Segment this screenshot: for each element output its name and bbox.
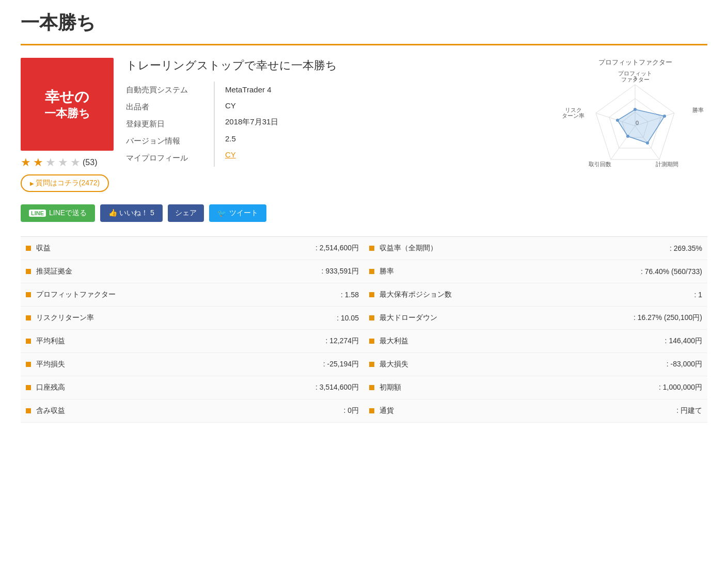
info-values-col: MetaTrader 4 CY 2018年7月31日 2.5 CY — [225, 82, 278, 167]
stat-row-right-1: 勝率 : 76.40% (560/733) — [364, 260, 707, 283]
star-3: ★ — [45, 156, 56, 169]
svg-point-9 — [634, 108, 637, 111]
like-button[interactable]: 👍 いいね！ 5 — [100, 204, 163, 222]
orange-divider — [21, 44, 707, 45]
stat-label: プロフィットファクター — [36, 290, 341, 299]
twitter-icon: 🐦 — [217, 209, 226, 217]
page-title: 一本勝ち — [21, 10, 707, 36]
svg-text:ファクター: ファクター — [621, 76, 650, 83]
profile-link[interactable]: CY — [225, 150, 236, 159]
value-4: CY — [225, 150, 236, 159]
stat-value: : 933,591円 — [322, 267, 359, 276]
info-row-1: 出品者 — [126, 99, 203, 116]
share-label: シェア — [175, 209, 197, 217]
product-section: 幸せの 一本勝ち ★ ★ ★ ★ ★ (53) 質問はコチラ(2472) トレー… — [21, 58, 707, 192]
star-count: (53) — [83, 158, 97, 167]
tweet-label: ツイート — [229, 209, 258, 218]
question-button[interactable]: 質問はコチラ(2472) — [21, 174, 109, 192]
stat-label: 推奨証拠金 — [36, 267, 322, 276]
stat-label: 勝率 — [379, 267, 641, 276]
stat-value: : 76.40% (560/733) — [641, 267, 702, 276]
thumbs-up-icon: 👍 — [108, 209, 119, 217]
stat-value: : 12,274円 — [325, 336, 359, 346]
svg-point-11 — [646, 141, 649, 145]
star-2: ★ — [33, 156, 43, 169]
stat-row-left-3: リスクリターン率 : 10.05 — [21, 307, 364, 330]
radar-chart: 3 0 プロフィット ファクター 勝率 計測期間 取引回数 リスク ターン率 — [563, 69, 707, 183]
label-2: 登録更新日 — [126, 119, 203, 129]
stat-label: 最大ドローダウン — [379, 313, 634, 323]
rating-row: ★ ★ ★ ★ ★ (53) — [21, 156, 114, 169]
value-row-4: CY — [225, 147, 278, 163]
stats-grid: 収益 : 2,514,600円 推奨証拠金 : 933,591円 プロフィットフ… — [21, 236, 707, 423]
stat-label: 通貨 — [379, 406, 676, 415]
stat-value: : 1.58 — [341, 291, 359, 299]
stat-value: : 2,514,600円 — [315, 244, 359, 253]
product-title: トレーリングストップで幸せに一本勝ち — [126, 58, 550, 73]
info-row-4: マイプロフィール — [126, 150, 203, 167]
stat-indicator — [369, 269, 374, 274]
stat-label: 収益率（全期間） — [379, 244, 670, 253]
star-4: ★ — [58, 156, 68, 169]
info-table: 自動売買システム 出品者 登録更新日 バージョン情報 マイプロフィール — [126, 82, 550, 167]
social-buttons: LINE LINEで送る 👍 いいね！ 5 シェア 🐦 ツイート — [21, 204, 707, 222]
product-image-area: 幸せの 一本勝ち ★ ★ ★ ★ ★ (53) 質問はコチラ(2472) — [21, 58, 114, 192]
stats-right-col: 収益率（全期間） : 269.35% 勝率 : 76.40% (560/733)… — [364, 237, 707, 423]
stat-value: : 1 — [694, 291, 702, 299]
svg-text:勝率: 勝率 — [692, 107, 704, 113]
stat-value: : -25,194円 — [323, 360, 359, 369]
stat-label: 最大利益 — [379, 336, 665, 346]
stat-value: : 1,000,000円 — [659, 383, 702, 392]
stat-row-right-4: 最大利益 : 146,400円 — [364, 330, 707, 353]
info-row-2: 登録更新日 — [126, 116, 203, 133]
info-labels-col: 自動売買システム 出品者 登録更新日 バージョン情報 マイプロフィール — [126, 82, 203, 167]
stat-indicator — [26, 339, 31, 344]
stat-label: 平均利益 — [36, 336, 325, 346]
line-button[interactable]: LINE LINEで送る — [21, 204, 95, 222]
label-4: マイプロフィール — [126, 153, 203, 163]
stat-indicator — [369, 246, 374, 251]
value-0: MetaTrader 4 — [225, 85, 271, 94]
label-3: バージョン情報 — [126, 136, 203, 146]
value-1: CY — [225, 101, 236, 110]
info-row-3: バージョン情報 — [126, 133, 203, 150]
stat-value: : -83,000円 — [667, 360, 702, 369]
svg-marker-8 — [618, 109, 664, 143]
svg-point-13 — [616, 119, 619, 122]
stat-row-right-2: 最大保有ポジション数 : 1 — [364, 283, 707, 307]
tweet-button[interactable]: 🐦 ツイート — [209, 204, 266, 222]
stat-indicator — [26, 408, 31, 413]
svg-text:0: 0 — [636, 120, 639, 126]
stat-indicator — [26, 292, 31, 297]
stat-row-left-7: 含み収益 : 0円 — [21, 399, 364, 423]
stat-row-right-3: 最大ドローダウン : 16.27% (250,100円) — [364, 307, 707, 330]
stat-value: : 3,514,600円 — [315, 383, 359, 392]
stat-value: : 146,400円 — [665, 336, 702, 346]
line-icon: LINE — [29, 210, 46, 217]
stat-row-left-5: 平均損失 : -25,194円 — [21, 353, 364, 376]
info-row-0: 自動売買システム — [126, 82, 203, 99]
stat-row-left-6: 口座残高 : 3,514,600円 — [21, 376, 364, 399]
stat-indicator — [369, 315, 374, 320]
stat-row-left-2: プロフィットファクター : 1.58 — [21, 283, 364, 307]
svg-point-12 — [626, 135, 629, 138]
value-row-2: 2018年7月31日 — [225, 114, 278, 131]
stat-indicator — [369, 385, 374, 390]
stat-indicator — [26, 315, 31, 320]
svg-point-10 — [663, 115, 666, 118]
image-line1: 幸せの — [45, 88, 89, 106]
star-1: ★ — [21, 156, 31, 169]
value-row-3: 2.5 — [225, 131, 278, 147]
value-row-1: CY — [225, 98, 278, 114]
stat-indicator — [26, 269, 31, 274]
stat-row-left-0: 収益 : 2,514,600円 — [21, 237, 364, 260]
stat-label: 口座残高 — [36, 383, 315, 392]
share-button[interactable]: シェア — [168, 204, 204, 222]
stat-value: : 269.35% — [670, 244, 702, 252]
product-info: トレーリングストップで幸せに一本勝ち 自動売買システム 出品者 登録更新日 バー… — [126, 58, 550, 167]
stat-indicator — [369, 362, 374, 367]
stat-indicator — [26, 246, 31, 251]
svg-text:取引回数: 取引回数 — [589, 161, 611, 167]
stat-label: 初期額 — [379, 383, 659, 392]
like-label: いいね！ 5 — [119, 209, 154, 217]
